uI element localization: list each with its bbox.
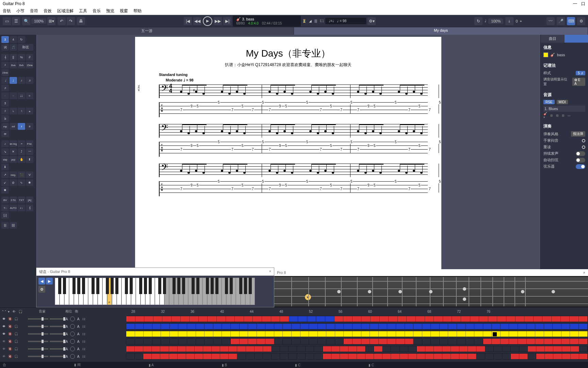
mute-icon[interactable]: 🔇 [7,339,12,344]
pan-knob[interactable] [70,332,75,336]
note-icon[interactable]: ♩ [485,19,486,23]
kb-close-icon[interactable]: × [269,269,271,274]
p-r3-1[interactable]: || [10,54,17,61]
p-r6-0[interactable]: · [1,92,9,99]
autobrush-toggle[interactable] [576,158,585,163]
vol-slider2[interactable] [50,341,63,342]
vol-slider2[interactable] [50,326,63,327]
menu-track[interactable]: 音轨 [3,8,11,14]
p-r9-2[interactable]: 𝄐 [18,140,25,147]
p-r8-1[interactable]: mf [10,123,17,130]
eye-icon[interactable]: 👁 [1,339,6,344]
palm-radio[interactable] [582,139,585,142]
first-icon[interactable]: |◀ [184,17,192,25]
solo-icon[interactable]: 🎧 [14,347,18,351]
fretboard[interactable]: F [274,276,588,307]
menu-preview[interactable]: 预览 [106,8,114,14]
eq-icon[interactable]: ⫿⫿ [82,324,86,329]
kb-right-icon[interactable]: ▶ [46,278,53,285]
p-r7-1[interactable]: ♭ [10,108,17,114]
rse-badge[interactable]: RSE [543,100,555,104]
p-r5-1[interactable]: ♩ [10,77,17,84]
mute-icon[interactable]: 🔇 [7,317,12,321]
vol-slider2[interactable] [50,348,63,350]
p-r6-1[interactable]: ·· [10,92,17,99]
play-icon[interactable]: ▶ [203,16,212,26]
p-r15-1[interactable]: AUTO [10,204,17,211]
menu-effect[interactable]: 音效 [44,8,52,14]
track-blocks[interactable] [126,331,588,337]
eq-icon[interactable]: ⫿⫿ [82,317,86,321]
mute-icon[interactable]: 🔇 [7,332,12,336]
kb-gear-icon[interactable]: ⚙ [38,286,45,293]
p-r7-4[interactable]: 𝄫 [1,115,9,122]
p-r11-3[interactable]: ⬆ [26,156,33,163]
p-r16-0[interactable]: ||| [1,222,9,229]
track-color[interactable] [543,52,548,57]
track-blocks[interactable] [126,338,588,344]
layout-icon[interactable]: ⊞▾ [47,17,55,25]
piano-icon[interactable]: ⌨ [567,17,575,25]
eye-icon[interactable]: 👁 [1,332,6,336]
eye-icon[interactable]: 👁 [1,324,6,329]
preset-icon-5[interactable]: ▭ [567,113,571,118]
loop-icon[interactable]: ↻ [474,17,483,25]
vol-slider[interactable] [28,348,48,350]
p-r15-2[interactable]: ♪↓ [18,204,25,211]
track-blocks[interactable] [126,323,588,329]
preset-icon-2[interactable]: ⊞ [549,113,554,118]
score-area[interactable]: My Days（非专业） 扒谱：小金HeYi Q1729148728 欢迎喜欢窦… [36,35,540,307]
vol-slider[interactable] [28,318,48,320]
p-r7-3[interactable]: 𝄪 [26,108,33,114]
p-r14-3[interactable]: [A] [26,197,33,203]
midi-badge[interactable]: MIDI [557,100,568,104]
th-expand-icon[interactable]: ⌃⌃ ▾ [1,310,10,313]
p-r10-0[interactable]: ↘ [1,148,9,155]
track-row[interactable]: 👁🔇🎧AA⫿⫿ [0,345,588,353]
eq-icon[interactable]: ⫿⫿ [82,332,86,336]
th-eye-icon[interactable]: 👁 [12,310,16,313]
p-r4-0[interactable]: ♯ [1,62,9,68]
pan-knob[interactable] [70,317,75,321]
forward-icon[interactable]: ▶▶ [214,17,222,25]
p-r12-2[interactable]: ⬛ [18,171,25,178]
rp-style-val[interactable]: 5 ♬ [576,71,585,75]
p-r10-1[interactable]: ✕ [10,148,17,155]
count-in-icon[interactable]: ||| [314,19,317,23]
track-row[interactable]: 👁🔇🎧AA⫿⫿ [0,315,588,323]
tab-doc-1[interactable]: 五一游 [0,27,294,35]
p-r13-4[interactable]: ✱ [1,187,9,194]
solo-icon[interactable]: 🎧 [14,317,18,321]
p-r10-3[interactable]: 〰 [26,148,33,155]
eq-icon[interactable]: ⫿⫿ [82,339,86,344]
p-r11-1[interactable]: pop [10,156,17,163]
p-r6-3[interactable]: ≈ [26,92,33,99]
p-r8-0[interactable]: mp [1,123,9,130]
p-r4-3[interactable]: 15ma [26,62,33,68]
tuner-icon[interactable]: ⫰ [505,17,513,25]
vol-slider2[interactable] [50,318,63,320]
track-row[interactable]: 👁🔇🎧AA⫿⫿ [0,353,588,360]
accent-radio[interactable] [582,145,585,149]
p-r9-3[interactable]: P.M. [26,140,33,147]
menu-bar-item[interactable]: 小节 [16,8,24,14]
print-icon[interactable]: 🖶 [77,17,85,25]
p-r13-1[interactable]: ⊘ [10,179,17,186]
p-r15-4[interactable]: [♩] [1,212,9,219]
settings-icon[interactable]: ⚙ [577,17,585,25]
vol-slider2[interactable] [50,356,63,357]
p-r12-1[interactable]: rasg. [10,171,17,178]
rp-tuning-btn[interactable]: ✿ E A [572,78,585,86]
pan-knob[interactable] [70,354,75,359]
p-note[interactable]: 🎵 [10,44,17,51]
solo-icon[interactable]: 🎧 [14,332,18,336]
eq-icon[interactable]: ⫿⫿ [82,354,86,359]
p-r8-4[interactable]: fff [1,131,9,137]
menu-music[interactable]: 音乐 [93,8,101,14]
track-row[interactable]: 👁🔇🎧AA⫿⫿ [0,330,588,338]
last-icon[interactable]: ▶| [223,17,231,25]
menu-help[interactable]: 帮助 [133,8,142,14]
menu-section[interactable]: 区域注解 [57,8,74,14]
p-r11-4[interactable]: ⬇ [1,164,9,170]
p-r4-2[interactable]: 8vb [18,62,25,68]
